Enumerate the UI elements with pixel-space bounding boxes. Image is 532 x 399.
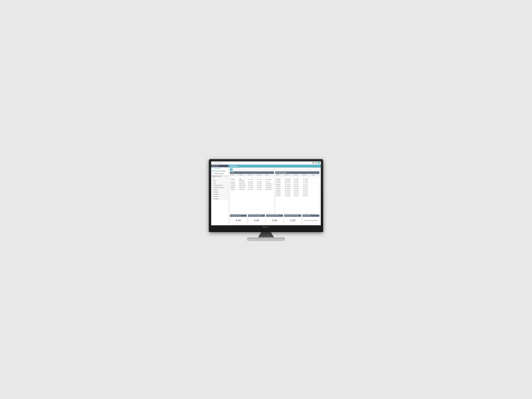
table-row[interactable]: VR000022 Kai Schicker 15.12.2020 17.12.2… — [275, 184, 319, 185]
sidebar-item-dashboard[interactable]: ⊞ Dashboard — [211, 167, 228, 170]
cell-end: 30.09.2020 — [256, 181, 265, 183]
sidebar-subitem-completed[interactable]: Completed — [211, 193, 228, 196]
stat-card-remaining-vacation-days: Remaining vacation days 2.50 — [284, 214, 301, 224]
table-row[interactable]: VR000004 Kai Schicker 21.12.2020 31.12.2… — [275, 178, 319, 180]
table-row[interactable]: VR000049 Kai Schicker 17.02.2021 19.02.2… — [230, 189, 274, 190]
cell-start: 07.12.2020 — [293, 189, 302, 191]
sidebar-group-alphaflow[interactable]: alphaflow GmbH ▼ — [211, 175, 228, 177]
dashboard-icon: ⊞ — [212, 168, 214, 169]
cell-number: VR000049 — [275, 193, 284, 195]
cell-status — [311, 184, 319, 185]
home-icon[interactable]: ⌂ — [212, 162, 213, 164]
monitor-wrapper: ⌂ Vacation request ⊡ ? K Main menu ⊞ Das… — [206, 159, 326, 240]
stat-header-total-vacation-days: Total vacation days — [230, 215, 247, 217]
cell-number: VR000018 — [275, 182, 284, 184]
filter-end[interactable] — [303, 176, 311, 178]
table-row[interactable]: VR000042 Helger Nückel 22.10.2020 22.10.… — [230, 183, 274, 185]
filter-status[interactable] — [312, 176, 319, 178]
stat-header-scheduled-vacation-days: Scheduled vacation days — [248, 215, 265, 217]
sidebar-item-label: Vacation accounts — [214, 173, 224, 174]
sidebar-subitem-new[interactable]: New — [211, 182, 228, 184]
stat-card-total-vacation-days: Total vacation days 8.50 — [230, 214, 247, 224]
user-avatar-btn[interactable]: K — [318, 162, 320, 164]
sidebar-subitem-correction[interactable]: Correction — [211, 191, 228, 193]
filter-status[interactable] — [266, 176, 273, 178]
open-filter-row — [275, 176, 319, 178]
cell-number: VR000044 — [275, 187, 284, 189]
cell-applicant: Kai Schicker — [284, 184, 293, 185]
col-start-date: Start date — [247, 174, 256, 176]
sidebar-item-my-vacation-requests[interactable]: 👤 My vacation requests — [211, 170, 228, 172]
filter-applicant[interactable] — [239, 176, 247, 178]
open-requests-panel-header: My open requests — [275, 171, 319, 174]
tasks-panel-header: Tasks — [230, 171, 274, 174]
table-row[interactable]: VR000033 Sören Kappenberg 17.11.2020 18.… — [230, 178, 274, 181]
sidebar-subitem-declined[interactable]: Declined — [211, 196, 228, 198]
cell-applicant: Kai Schicker — [284, 185, 293, 187]
table-row[interactable]: VR000047 Kai Schicker 07.12.2020 08.12.2… — [275, 189, 319, 191]
share-icon-btn[interactable]: ⊡ — [312, 162, 314, 164]
sidebar-subitem-examination-agent[interactable]: Examination Agent — [211, 184, 228, 186]
stat-header-next-vacation: Next vacation — [303, 215, 319, 217]
person-icon: 👤 — [212, 170, 214, 172]
stat-card-scheduled-vacation-days: Scheduled vacation days 6.00 — [248, 214, 265, 224]
sidebar-subitem-all[interactable]: All — [211, 177, 228, 180]
sidebar-item-label: My vacation requests — [214, 170, 225, 172]
table-row[interactable]: 2021-0002 Kai Schicker 29.01.2021 29.01.… — [275, 195, 319, 196]
stat-value-remaining-vacation-days: 2.50 — [284, 217, 301, 224]
cell-status: Examination A... — [265, 185, 274, 187]
table-row[interactable]: VR000034 Kai Schicker 29.09.2020 30.09.2… — [230, 181, 274, 183]
col-applicant: Applicant — [239, 174, 247, 176]
cell-end: 18.11.2020 — [256, 178, 265, 181]
filter-start[interactable] — [293, 176, 302, 178]
add-button[interactable]: + — [230, 168, 233, 171]
list-icon: ▦ — [212, 173, 214, 174]
sidebar-subitem-examination-superior[interactable]: Examination Superior — [211, 186, 228, 189]
cell-applicant: Kai Schicker — [284, 180, 293, 182]
stat-card-vacation-days-actually: Vacation days actually 0.00 — [266, 214, 283, 224]
cell-number: VR000047 — [275, 189, 284, 191]
table-row[interactable]: VR000018 Kai Schicker 10.09.2020 10.12.2… — [275, 182, 319, 184]
filter-applicant[interactable] — [285, 176, 292, 178]
col-status: Status — [311, 174, 319, 176]
monitor-bezel: ⌂ Vacation request ⊡ ? K Main menu ⊞ Das… — [209, 159, 323, 232]
col-end-date: End date — [302, 174, 311, 176]
filter-start[interactable] — [248, 176, 256, 178]
cell-status — [311, 193, 319, 195]
sidebar-header: Main menu — [211, 165, 228, 167]
table-row[interactable]: VR000043 Helger Nückel 03.11.2020 03.11.… — [230, 185, 274, 187]
cell-status — [311, 178, 319, 180]
cell-number: VR000045 — [230, 187, 239, 189]
filter-number[interactable] — [230, 176, 238, 178]
cell-start: 10.02.2021 — [293, 191, 302, 193]
sidebar-subitem-request[interactable]: Request — [211, 189, 228, 191]
cell-applicant: Kai Schicker — [284, 193, 293, 195]
cell-start: 17.02.2021 — [247, 189, 256, 190]
cell-status — [311, 180, 319, 182]
cell-end: 31.12.2020 — [302, 178, 311, 180]
cell-applicant: Kai Schicker — [284, 189, 293, 191]
cell-end: 29.01.2021 — [302, 195, 311, 196]
table-row[interactable]: VR000034 Kai Schicker 29.09.2020 30.09.2… — [275, 185, 319, 187]
table-row[interactable]: VR000005 Kai Schicker 12.11.2020 12.11.2… — [275, 180, 319, 182]
cell-status — [311, 185, 319, 187]
table-row[interactable]: VR000049 Kai Schicker 17.02.2021 19.02.2… — [275, 193, 319, 195]
help-icon-btn[interactable]: ? — [315, 162, 317, 164]
tasks-table-header-row: Number Applicant Start date End date Sta… — [230, 174, 274, 176]
filter-number[interactable] — [276, 176, 284, 178]
sidebar-subitem-cancelled[interactable]: Cancelled — [211, 198, 228, 200]
cell-number: VR000043 — [230, 185, 239, 187]
table-row[interactable]: VR000044 Kai Schicker 09.12.2020 10.12.2… — [275, 187, 319, 189]
sidebar-item-label: Dashboard — [214, 168, 220, 169]
cell-end: 22.12.2020 — [256, 187, 265, 189]
sidebar: Main menu ⊞ Dashboard 👤 My vacation requ… — [211, 165, 228, 225]
main-content: Dashboard + Tasks — [228, 165, 321, 225]
table-row[interactable]: VR000048 Kai Schicker 10.02.2021 12.02.2… — [275, 191, 319, 193]
sidebar-item-vacation-accounts[interactable]: ▦ Vacation accounts — [211, 172, 228, 175]
filter-end[interactable] — [257, 176, 264, 178]
cell-start: 21.12.2020 — [293, 178, 302, 180]
tasks-table: Number Applicant Start date End date Sta… — [230, 174, 274, 190]
table-row[interactable]: VR000045 Helger Nückel 22.12.2020 22.12.… — [230, 187, 274, 189]
sidebar-subitem-draft[interactable]: Draft — [211, 180, 228, 182]
cell-end: 19.02.2021 — [302, 193, 311, 195]
